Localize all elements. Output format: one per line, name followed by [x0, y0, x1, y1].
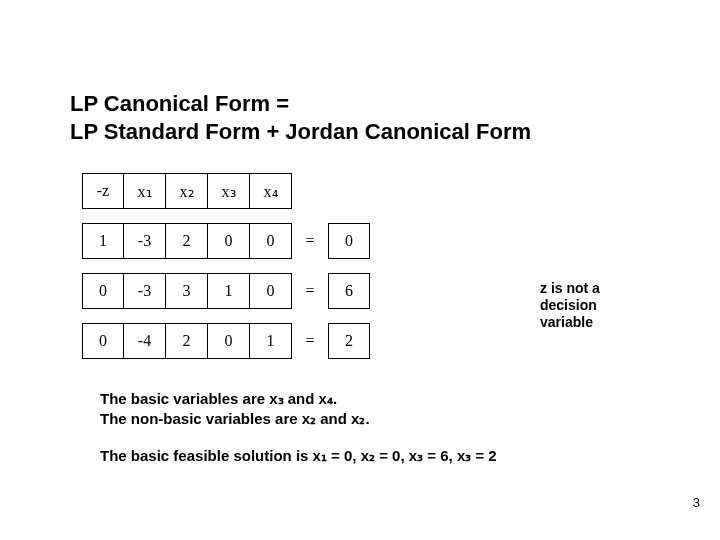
header-cell: -z [82, 173, 124, 209]
coeff-cell: 1 [250, 323, 292, 359]
note-nonbasic-vars: The non-basic variables are x₂ and x₂. [100, 409, 650, 429]
coeff-cell: 3 [166, 273, 208, 309]
header-cell: x₄ [250, 173, 292, 209]
note-basic-vars: The basic variables are x₃ and x₄. [100, 389, 650, 409]
notes-block: The basic variables are x₃ and x₄. The n… [100, 389, 650, 466]
note-bfs: The basic feasible solution is x₁ = 0, x… [100, 446, 650, 466]
row-coeffs: 0 -3 3 1 0 [82, 273, 292, 309]
coeff-cell: 2 [166, 223, 208, 259]
coeff-cell: 0 [250, 273, 292, 309]
tableau-header: -z x₁ x₂ x₃ x₄ [82, 173, 650, 209]
side-note: z is not a decision variable [540, 280, 650, 330]
table-row: 1 -3 2 0 0 = 0 [82, 223, 650, 259]
coeff-cell: -3 [124, 223, 166, 259]
coeff-cell: 1 [208, 273, 250, 309]
slide: LP Canonical Form = LP Standard Form + J… [0, 0, 720, 540]
equals-sign: = [292, 232, 328, 250]
tableau: -z x₁ x₂ x₃ x₄ 1 -3 2 0 0 = 0 0 [82, 173, 650, 359]
coeff-cell: -4 [124, 323, 166, 359]
page-number: 3 [693, 495, 700, 510]
coeff-cell: 0 [250, 223, 292, 259]
coeff-cell: 1 [82, 223, 124, 259]
equals-sign: = [292, 282, 328, 300]
rhs-cell: 2 [328, 323, 370, 359]
row-coeffs: 0 -4 2 0 1 [82, 323, 292, 359]
coeff-cell: 0 [82, 323, 124, 359]
coeff-cell: -3 [124, 273, 166, 309]
row-coeffs: 1 -3 2 0 0 [82, 223, 292, 259]
coeff-cell: 0 [82, 273, 124, 309]
coeff-cell: 0 [208, 223, 250, 259]
coeff-cell: 2 [166, 323, 208, 359]
header-cell: x₂ [166, 173, 208, 209]
rhs-cell: 0 [328, 223, 370, 259]
header-cell: x₁ [124, 173, 166, 209]
equals-sign: = [292, 332, 328, 350]
slide-title: LP Canonical Form = LP Standard Form + J… [70, 90, 650, 145]
title-line-1: LP Canonical Form = [70, 90, 650, 118]
rhs-cell: 6 [328, 273, 370, 309]
title-line-2: LP Standard Form + Jordan Canonical Form [70, 118, 650, 146]
coeff-cell: 0 [208, 323, 250, 359]
header-cell: x₃ [208, 173, 250, 209]
